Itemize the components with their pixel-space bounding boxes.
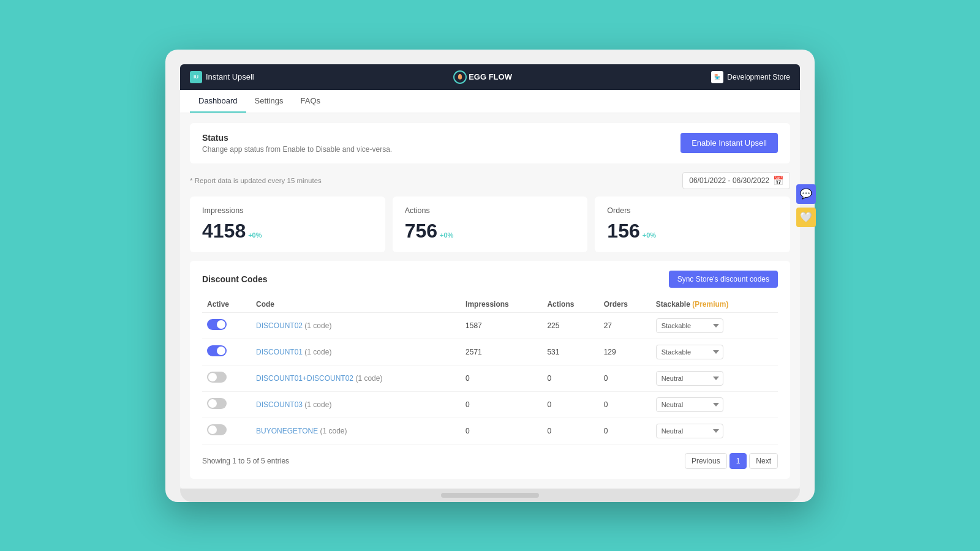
toggle-cell-4 bbox=[202, 418, 251, 444]
table-row: DISCOUNT01+DISCOUNT02 (1 code) 0 0 0 Sta… bbox=[202, 365, 778, 391]
actions-label: Actions bbox=[405, 206, 576, 215]
code-suffix-1: (1 code) bbox=[304, 348, 331, 356]
egg-flow-logo: 🥚 EGG FLOW bbox=[453, 70, 512, 84]
toggle-2[interactable] bbox=[207, 372, 227, 383]
laptop-shell: 💬 🤍 IU Instant Upsell 🥚 EGG FLOW 🏪 Devel… bbox=[165, 50, 815, 502]
date-range-text: 06/01/2022 - 06/30/2022 bbox=[689, 176, 769, 185]
orders-cell-1: 129 bbox=[599, 339, 651, 365]
brand-icon-text: IU bbox=[194, 74, 198, 80]
status-description: Change app status from Enable to Disable… bbox=[202, 145, 392, 154]
store-icon: 🏪 bbox=[711, 71, 723, 83]
laptop-notch bbox=[441, 493, 539, 498]
impressions-cell-4: 0 bbox=[461, 418, 542, 444]
orders-cell-2: 0 bbox=[599, 365, 651, 391]
favorite-float-button[interactable]: 🤍 bbox=[796, 208, 816, 227]
orders-cell-0: 27 bbox=[599, 312, 651, 339]
code-suffix-2: (1 code) bbox=[355, 374, 382, 383]
code-link-2[interactable]: DISCOUNT01+DISCOUNT02 bbox=[256, 374, 353, 383]
logo-text: EGG FLOW bbox=[469, 72, 512, 81]
sync-button[interactable]: Sync Store's discount codes bbox=[669, 271, 778, 288]
stackable-select-0[interactable]: StackableNeutralNon-stackable bbox=[656, 318, 723, 333]
table-row: DISCOUNT02 (1 code) 1587 225 27 Stackabl… bbox=[202, 312, 778, 339]
status-card: Status Change app status from Enable to … bbox=[190, 123, 790, 163]
store-info: 🏪 Development Store bbox=[711, 71, 790, 83]
code-cell-1: DISCOUNT01 (1 code) bbox=[251, 339, 461, 365]
code-suffix-3: (1 code) bbox=[304, 400, 331, 409]
toggle-3[interactable] bbox=[207, 398, 227, 409]
table-row: DISCOUNT01 (1 code) 2571 531 129 Stackab… bbox=[202, 339, 778, 365]
toggle-4[interactable] bbox=[207, 424, 227, 435]
col-stackable: Stackable (Premium) bbox=[651, 296, 778, 313]
toggle-cell-1 bbox=[202, 339, 251, 365]
code-link-4[interactable]: BUYONEGETONE bbox=[256, 427, 318, 435]
report-row: * Report data is updated every 15 minute… bbox=[190, 172, 790, 189]
enable-button[interactable]: Enable Instant Upsell bbox=[680, 133, 778, 153]
code-cell-4: BUYONEGETONE (1 code) bbox=[251, 418, 461, 444]
actions-change: +0% bbox=[440, 231, 453, 239]
discount-table-card: Discount Codes Sync Store's discount cod… bbox=[190, 261, 790, 479]
impressions-change: +0% bbox=[248, 231, 262, 239]
actions-card: Actions 756 +0% bbox=[393, 197, 588, 252]
nav-faqs[interactable]: FAQs bbox=[292, 90, 330, 113]
toggle-cell-3 bbox=[202, 391, 251, 418]
nav-dashboard[interactable]: Dashboard bbox=[190, 90, 246, 113]
report-note: * Report data is updated every 15 minute… bbox=[190, 177, 322, 184]
egg-icon: 🥚 bbox=[453, 70, 467, 84]
col-code: Code bbox=[251, 296, 461, 313]
code-link-3[interactable]: DISCOUNT03 bbox=[256, 400, 303, 409]
orders-cell-3: 0 bbox=[599, 391, 651, 418]
toggle-1[interactable] bbox=[207, 345, 227, 356]
next-page-button[interactable]: Next bbox=[749, 453, 778, 469]
stackable-cell-3: StackableNeutralNon-stackable bbox=[651, 391, 778, 418]
nav-settings[interactable]: Settings bbox=[246, 90, 292, 113]
toggle-0[interactable] bbox=[207, 319, 227, 330]
store-label: Development Store bbox=[727, 73, 790, 81]
actions-cell-4: 0 bbox=[542, 418, 598, 444]
col-orders: Orders bbox=[599, 296, 651, 313]
actions-cell-2: 0 bbox=[542, 365, 598, 391]
stackable-cell-2: StackableNeutralNon-stackable bbox=[651, 365, 778, 391]
laptop-base bbox=[180, 489, 800, 502]
actions-cell-0: 225 bbox=[542, 312, 598, 339]
floating-buttons: 💬 🤍 bbox=[796, 184, 816, 227]
stackable-select-2[interactable]: StackableNeutralNon-stackable bbox=[656, 371, 723, 386]
stats-row: Impressions 4158 +0% Actions 756 +0% Ord… bbox=[190, 197, 790, 252]
code-link-0[interactable]: DISCOUNT02 bbox=[256, 321, 303, 330]
stackable-select-1[interactable]: StackableNeutralNon-stackable bbox=[656, 345, 723, 359]
pagination-row: Showing 1 to 5 of 5 entries Previous 1 N… bbox=[202, 453, 778, 469]
brand-logo: IU Instant Upsell bbox=[190, 71, 254, 83]
discount-table: Active Code Impressions Actions Orders S… bbox=[202, 296, 778, 444]
code-link-1[interactable]: DISCOUNT01 bbox=[256, 348, 303, 356]
laptop-screen: IU Instant Upsell 🥚 EGG FLOW 🏪 Developme… bbox=[180, 64, 800, 489]
current-page-button[interactable]: 1 bbox=[729, 453, 747, 469]
actions-cell-3: 0 bbox=[542, 391, 598, 418]
code-cell-0: DISCOUNT02 (1 code) bbox=[251, 312, 461, 339]
impressions-cell-3: 0 bbox=[461, 391, 542, 418]
date-picker[interactable]: 06/01/2022 - 06/30/2022 📅 bbox=[682, 172, 790, 189]
actions-cell-1: 531 bbox=[542, 339, 598, 365]
stackable-select-4[interactable]: StackableNeutralNon-stackable bbox=[656, 424, 723, 438]
previous-page-button[interactable]: Previous bbox=[685, 453, 727, 469]
table-row: DISCOUNT03 (1 code) 0 0 0 StackableNeutr… bbox=[202, 391, 778, 418]
col-impressions: Impressions bbox=[461, 296, 542, 313]
chat-float-button[interactable]: 💬 bbox=[796, 184, 816, 204]
orders-card: Orders 156 +0% bbox=[595, 197, 790, 252]
impressions-card: Impressions 4158 +0% bbox=[190, 197, 385, 252]
code-cell-2: DISCOUNT01+DISCOUNT02 (1 code) bbox=[251, 365, 461, 391]
orders-value: 156 +0% bbox=[607, 220, 778, 242]
col-actions: Actions bbox=[542, 296, 598, 313]
stackable-select-3[interactable]: StackableNeutralNon-stackable bbox=[656, 397, 723, 412]
status-info: Status Change app status from Enable to … bbox=[202, 133, 392, 154]
stackable-cell-4: StackableNeutralNon-stackable bbox=[651, 418, 778, 444]
col-active: Active bbox=[202, 296, 251, 313]
table-title: Discount Codes bbox=[202, 274, 268, 284]
sub-navigation: Dashboard Settings FAQs bbox=[180, 90, 800, 113]
app-title: Instant Upsell bbox=[206, 72, 254, 81]
showing-text: Showing 1 to 5 of 5 entries bbox=[202, 457, 289, 465]
table-header-row: Discount Codes Sync Store's discount cod… bbox=[202, 271, 778, 288]
orders-cell-4: 0 bbox=[599, 418, 651, 444]
stackable-cell-1: StackableNeutralNon-stackable bbox=[651, 339, 778, 365]
main-content: Status Change app status from Enable to … bbox=[180, 113, 800, 489]
calendar-icon: 📅 bbox=[773, 176, 783, 186]
actions-value: 756 +0% bbox=[405, 220, 576, 242]
